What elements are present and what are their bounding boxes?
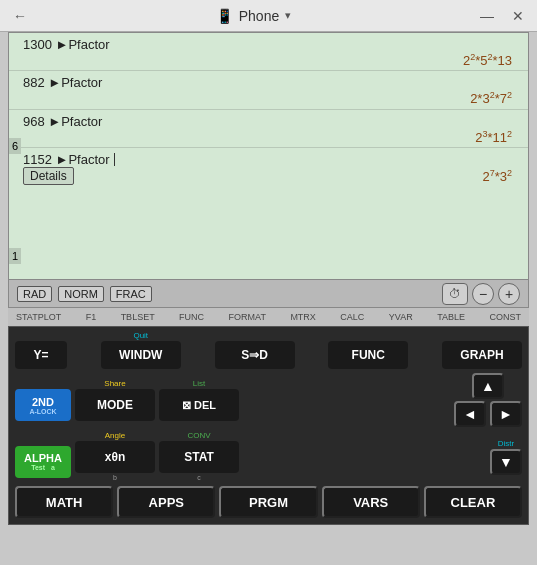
keyboard-row-1: Y= Quit WINDW S⇒D FUNC GRAPH: [15, 331, 522, 369]
minus-button[interactable]: −: [472, 283, 494, 305]
window-title: Phone: [239, 8, 279, 24]
nav-cluster: ▲ ◄ ►: [454, 373, 522, 427]
details-button[interactable]: Details: [23, 167, 74, 185]
func-key[interactable]: FUNC: [328, 341, 408, 369]
func-wrapper: FUNC: [328, 331, 408, 369]
title-bar: ← 📱 Phone ▾ — ✕: [0, 0, 537, 32]
calc-line-2: 882 ►Pfactor 2*32*72: [9, 71, 528, 109]
calc-line-3: 968 ►Pfactor 23*112: [9, 110, 528, 148]
distr-label: Distr: [498, 439, 514, 449]
graph-wrapper: GRAPH: [442, 331, 522, 369]
calc-result-3: 23*112: [23, 129, 520, 145]
xthetan-key[interactable]: xθn: [75, 441, 155, 473]
calc-result-1: 22*52*13: [23, 52, 520, 68]
math-key[interactable]: MATH: [15, 486, 113, 518]
minimize-button[interactable]: —: [475, 6, 499, 26]
calc-input-1: 1300 ►Pfactor: [23, 37, 520, 52]
calc-result-2: 2*32*72: [23, 90, 520, 106]
title-bar-left: ←: [8, 6, 32, 26]
del-wrapper: List ⊠ DEL: [159, 379, 239, 421]
y-equals-wrapper: Y=: [15, 331, 67, 369]
calc-line-1: 1300 ►Pfactor 22*52*13: [9, 33, 528, 71]
window-key[interactable]: WINDW: [101, 341, 181, 369]
keyboard-row-3: ALPHATest a Angle xθn b CONV STAT c Dist…: [15, 431, 522, 482]
del-key[interactable]: ⊠ DEL: [159, 389, 239, 421]
mode-norm[interactable]: NORM: [58, 286, 104, 302]
xthetan-below: b: [113, 473, 117, 482]
left-arrow-key[interactable]: ◄: [454, 401, 486, 427]
fn-func[interactable]: FUNC: [175, 312, 208, 322]
calculator-screen: 6 1 1300 ►Pfactor 22*52*13 882 ►Pfactor …: [8, 32, 529, 280]
right-arrow-key[interactable]: ►: [490, 401, 522, 427]
fn-statplot[interactable]: STATPLOT: [12, 312, 65, 322]
text-cursor: [114, 153, 115, 166]
function-row: STATPLOT F1 TBLSET FUNC FORMAT MTRX CALC…: [8, 308, 529, 326]
keyboard-row-2: 2NDA-LOCK Share MODE List ⊠ DEL ▲ ◄ ►: [15, 373, 522, 427]
line-number-6: 6: [9, 138, 21, 154]
s-to-d-key[interactable]: S⇒D: [215, 341, 295, 369]
title-bar-center: 📱 Phone ▾: [216, 8, 291, 24]
keyboard-row-4: MATH APPS PRGM VARS CLEAR: [15, 486, 522, 518]
graph-key[interactable]: GRAPH: [442, 341, 522, 369]
fn-f1[interactable]: F1: [82, 312, 101, 322]
2nd-wrapper: 2NDA-LOCK: [15, 379, 71, 421]
back-button[interactable]: ←: [8, 6, 32, 26]
del-above: List: [193, 379, 205, 389]
title-bar-right: — ✕: [475, 6, 529, 26]
fn-yvar[interactable]: YVAR: [385, 312, 417, 322]
calc-input-2: 882 ►Pfactor: [23, 75, 520, 90]
mode-rad[interactable]: RAD: [17, 286, 52, 302]
stat-wrapper: CONV STAT c: [159, 431, 239, 482]
down-arrow-key[interactable]: ▼: [490, 449, 522, 475]
mode-wrapper: Share MODE: [75, 379, 155, 421]
prgm-key[interactable]: PRGM: [219, 486, 317, 518]
plus-button[interactable]: +: [498, 283, 520, 305]
stat-below: c: [197, 473, 201, 482]
2nd-key[interactable]: 2NDA-LOCK: [15, 389, 71, 421]
fn-table[interactable]: TABLE: [433, 312, 469, 322]
window-above: Quit: [133, 331, 148, 341]
s-to-d-wrapper: S⇒D: [215, 331, 295, 369]
fn-mtrx[interactable]: MTRX: [286, 312, 320, 322]
vars-key[interactable]: VARS: [322, 486, 420, 518]
apps-key[interactable]: APPS: [117, 486, 215, 518]
mode-above: Share: [104, 379, 125, 389]
y-equals-key[interactable]: Y=: [15, 341, 67, 369]
window-wrapper: Quit WINDW: [101, 331, 181, 369]
mode-tags: RAD NORM FRAC: [17, 286, 152, 302]
calc-result-4: 27*32: [482, 168, 512, 184]
calc-line-4: 1152 ►Pfactor Details 27*32: [9, 148, 528, 187]
xthetan-above: Angle: [105, 431, 125, 441]
alpha-key[interactable]: ALPHATest a: [15, 446, 71, 478]
mode-frac[interactable]: FRAC: [110, 286, 152, 302]
stat-above: CONV: [187, 431, 210, 441]
fn-const[interactable]: CONST: [485, 312, 525, 322]
fn-format[interactable]: FORMAT: [225, 312, 270, 322]
fn-calc[interactable]: CALC: [336, 312, 368, 322]
phone-icon: 📱: [216, 8, 233, 24]
down-arrow-cluster: Distr ▼: [490, 439, 522, 475]
mode-controls: ⏱ − +: [442, 283, 520, 305]
calc-input-3: 968 ►Pfactor: [23, 114, 520, 129]
keyboard: Y= Quit WINDW S⇒D FUNC GRAPH 2NDA-LOCK S…: [8, 326, 529, 525]
dropdown-icon[interactable]: ▾: [285, 9, 291, 22]
close-button[interactable]: ✕: [507, 6, 529, 26]
alpha-wrapper: ALPHATest a: [15, 436, 71, 478]
mode-bar: RAD NORM FRAC ⏱ − +: [8, 280, 529, 308]
calc-input-4: 1152 ►Pfactor: [23, 152, 520, 167]
line-number-1: 1: [9, 248, 21, 264]
xthetan-wrapper: Angle xθn b: [75, 431, 155, 482]
stat-key[interactable]: STAT: [159, 441, 239, 473]
clock-button[interactable]: ⏱: [442, 283, 468, 305]
fn-tblset[interactable]: TBLSET: [117, 312, 159, 322]
clear-key[interactable]: CLEAR: [424, 486, 522, 518]
up-arrow-key[interactable]: ▲: [472, 373, 504, 399]
mode-key[interactable]: MODE: [75, 389, 155, 421]
